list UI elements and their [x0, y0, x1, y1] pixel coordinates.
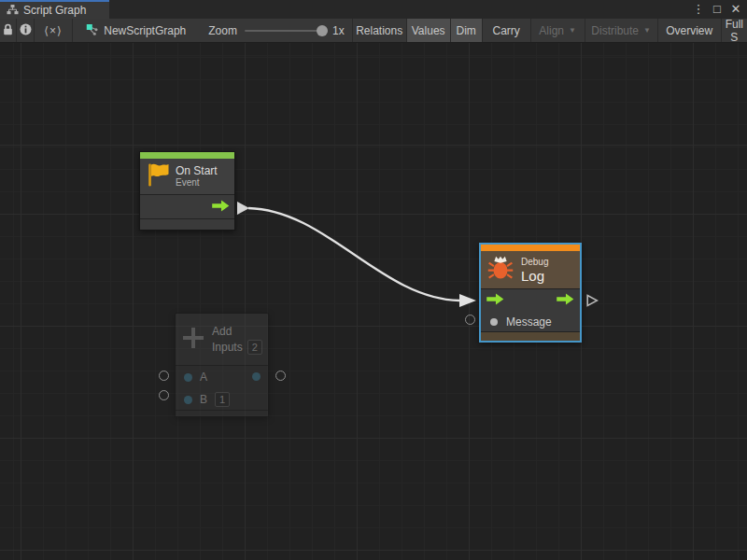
chevron-down-icon: ▼ — [643, 26, 651, 35]
graph-asset[interactable]: NewScriptGraph — [73, 19, 195, 42]
unconnected-trigger-out-icon[interactable] — [586, 294, 599, 311]
lock-button[interactable] — [0, 19, 17, 42]
node-debug-log[interactable]: Debug Log Message — [479, 243, 582, 343]
chevron-down-icon: ▼ — [569, 26, 576, 35]
visual-scripting-window: Script Graph ⋮ □ ✕ — [0, 0, 747, 560]
relations-button[interactable]: Relations — [352, 19, 406, 42]
inputs-count-field[interactable]: 2 — [247, 340, 262, 355]
port-b-label: B — [200, 393, 207, 406]
on-start-ports — [140, 194, 234, 218]
graph-asset-name: NewScriptGraph — [104, 24, 186, 37]
zoom-slider[interactable] — [245, 30, 325, 32]
node-add[interactable]: Add Inputs 2 A B 1 — [175, 313, 269, 417]
on-start-header[interactable]: On Start Event — [140, 159, 234, 194]
lock-icon — [3, 23, 13, 38]
debug-log-footer — [481, 331, 580, 341]
port-a-label: A — [200, 371, 207, 384]
distribute-button: Distribute ▼ — [585, 19, 657, 42]
debug-log-header[interactable]: Debug Log — [481, 251, 580, 288]
port-b-input[interactable] — [184, 396, 192, 404]
code-icon: ⟨×⟩ — [44, 24, 62, 37]
info-button[interactable] — [17, 19, 34, 42]
event-color-bar — [140, 152, 234, 159]
zoom-slider-handle[interactable] — [317, 25, 328, 36]
add-footer — [176, 410, 268, 416]
unconnected-a-in-icon[interactable] — [159, 371, 169, 381]
zoom-control: Zoom 1x — [195, 19, 351, 42]
dim-button[interactable]: Dim — [450, 19, 482, 42]
more-menu-icon[interactable]: ⋮ — [692, 0, 705, 19]
node-title: On Start — [176, 164, 218, 177]
window-controls: ⋮ □ ✕ — [692, 0, 742, 19]
carry-button[interactable]: Carry — [482, 19, 530, 42]
zoom-value: 1x — [332, 24, 345, 37]
trigger-input-port[interactable] — [486, 292, 504, 309]
message-port-label: Message — [506, 315, 552, 329]
on-start-footer — [140, 218, 234, 230]
unconnected-message-in-icon[interactable] — [465, 315, 475, 325]
node-subtitle: Event — [176, 177, 218, 189]
graph-hierarchy-icon — [7, 2, 19, 19]
trigger-output-port[interactable] — [212, 199, 230, 216]
flow-connection-wire — [248, 208, 459, 301]
title-bar: Script Graph ⋮ □ ✕ — [0, 0, 747, 19]
overview-button[interactable]: Overview — [657, 19, 721, 42]
graph-toolbar: ⟨×⟩ NewScriptGraph Zoom 1x Relations Val… — [0, 19, 747, 43]
tab-script-graph[interactable]: Script Graph — [0, 0, 109, 19]
node-title: Add — [212, 325, 262, 338]
node-on-start[interactable]: On Start Event — [139, 151, 235, 231]
toolbar-toggle-buttons: Relations Values Dim Carry Align ▼ Distr… — [352, 19, 747, 42]
wire-arrowhead-icon — [459, 294, 476, 307]
unconnected-b-in-icon[interactable] — [159, 390, 169, 400]
align-button: Align ▼ — [530, 19, 585, 42]
debug-color-bar — [481, 245, 580, 251]
node-title: Log — [521, 268, 548, 284]
flag-icon — [146, 161, 169, 192]
port-a-input[interactable] — [184, 373, 192, 382]
message-input-port[interactable] — [490, 318, 498, 326]
trigger-output-port[interactable] — [557, 292, 574, 309]
graph-canvas[interactable]: On Start Event — [0, 43, 747, 560]
fullscreen-button[interactable]: Full S — [721, 19, 747, 42]
info-icon — [20, 23, 32, 38]
sum-output-port[interactable] — [252, 372, 261, 381]
bug-icon — [486, 253, 514, 287]
graph-asset-icon — [86, 23, 98, 38]
node-category: Debug — [521, 257, 548, 268]
wire-start-cap-icon[interactable] — [237, 202, 249, 218]
add-ports: A B 1 — [176, 365, 268, 410]
inputs-label: Inputs — [212, 341, 243, 354]
port-b-value-field[interactable]: 1 — [215, 392, 230, 407]
maximize-icon[interactable]: □ — [711, 0, 724, 19]
code-button[interactable]: ⟨×⟩ — [35, 19, 74, 42]
zoom-label: Zoom — [208, 24, 237, 37]
add-header[interactable]: Add Inputs 2 — [176, 314, 268, 365]
debug-log-ports: Message — [481, 288, 580, 331]
values-button[interactable]: Values — [406, 19, 450, 42]
wire-layer — [0, 43, 747, 560]
plus-icon — [181, 326, 205, 354]
tab-title: Script Graph — [23, 4, 86, 17]
close-icon[interactable]: ✕ — [729, 0, 742, 19]
unconnected-sum-out-icon[interactable] — [275, 371, 286, 381]
